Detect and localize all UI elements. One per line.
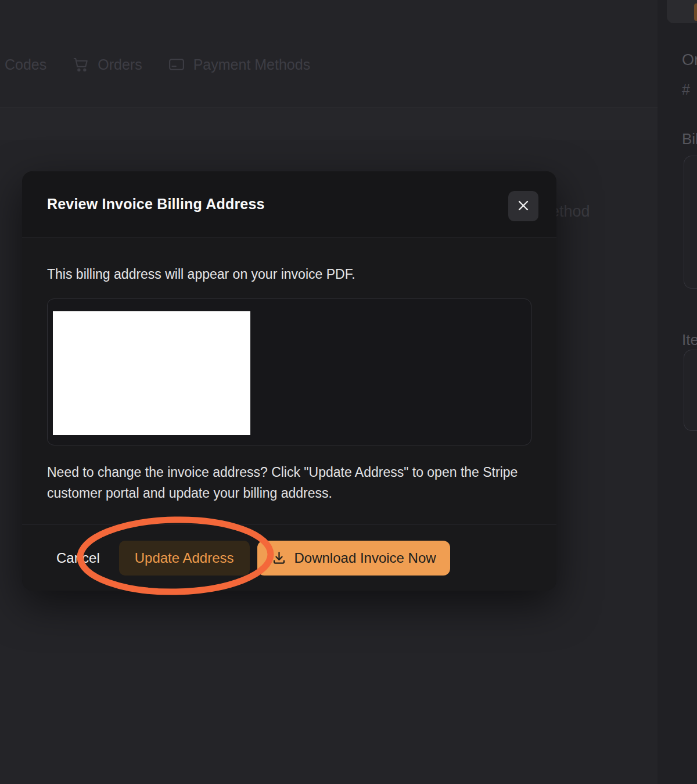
drawer-items-label-fragment: Ite [682,331,697,349]
download-invoice-now-button[interactable]: Download Invoice Now [257,541,450,576]
background-heading-fragment: ethod [551,203,590,221]
background-section-band [0,108,658,139]
dialog-title: Review Invoice Billing Address [47,171,265,237]
drawer-items-box [684,350,697,431]
tab-payment-methods[interactable]: Payment Methods [168,56,311,73]
dialog-footer: Cancel Update Address Download Invoice N… [22,524,556,591]
help-text: Need to change the invoice address? Clic… [47,462,531,504]
update-address-button[interactable]: Update Address [119,541,250,576]
cart-icon [72,56,89,73]
credit-card-icon [168,56,185,73]
dialog-header: Review Invoice Billing Address [22,171,556,238]
tab-orders[interactable]: Orders [72,56,142,73]
page-root: Codes Orders Payment Methods ethod Or # … [0,0,697,784]
drawer-header-chip [667,0,697,23]
intro-text: This billing address will appear on your… [47,267,531,282]
close-icon [516,199,530,214]
background-tab-bar: Codes Orders Payment Methods [5,56,310,73]
tab-orders-label: Orders [98,56,142,73]
cancel-button[interactable]: Cancel [56,550,100,566]
drawer-orange-button-fragment[interactable] [694,3,697,21]
close-button[interactable] [508,191,538,221]
billing-address-preview-box [47,299,531,445]
redacted-address-block [53,311,250,435]
tab-payment-methods-label: Payment Methods [193,56,311,73]
drawer-billing-box [684,156,697,289]
drawer-billing-label-fragment: Bil [682,130,697,148]
drawer-order-title-fragment: Or [682,51,697,69]
download-button-label: Download Invoice Now [294,550,436,566]
tab-codes-label: Codes [5,56,46,73]
review-invoice-billing-address-dialog: Review Invoice Billing Address This bill… [22,171,556,591]
drawer-order-number-fragment: # [682,81,690,98]
download-icon [271,550,287,566]
tab-codes[interactable]: Codes [5,56,46,73]
dialog-body: This billing address will appear on your… [22,238,556,504]
order-details-drawer: Or # Bil Ite [658,0,697,784]
